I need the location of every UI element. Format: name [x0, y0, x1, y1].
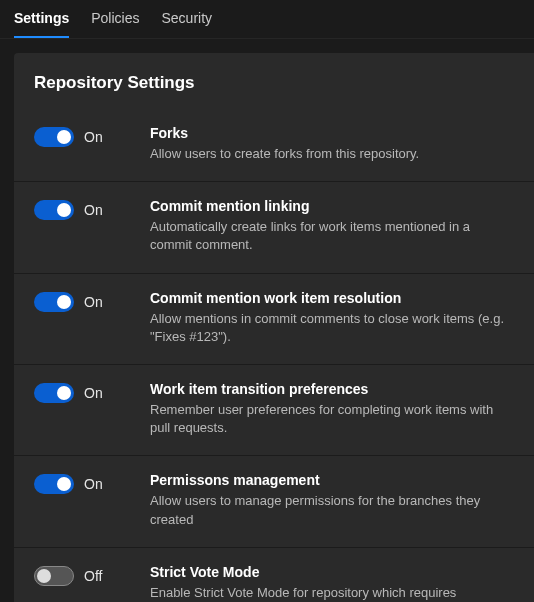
toggle-state-label: On	[84, 127, 103, 147]
toggle-state-label: On	[84, 474, 103, 494]
toggle-group: On	[34, 198, 134, 254]
tab-bar: Settings Policies Security	[0, 0, 534, 39]
setting-title: Work item transition preferences	[150, 381, 508, 397]
setting-row-commit-mention-resolution: OnCommit mention work item resolutionAll…	[14, 274, 534, 365]
setting-row-strict-vote-mode: OffStrict Vote ModeEnable Strict Vote Mo…	[14, 548, 534, 602]
toggle-group: Off	[34, 564, 134, 602]
tab-security[interactable]: Security	[161, 10, 212, 38]
toggle-knob	[57, 203, 71, 217]
toggle-forks[interactable]	[34, 127, 74, 147]
setting-row-commit-mention-linking: OnCommit mention linkingAutomatically cr…	[14, 182, 534, 273]
setting-content: Commit mention linkingAutomatically crea…	[150, 198, 514, 254]
setting-description: Automatically create links for work item…	[150, 218, 508, 254]
toggle-knob	[57, 130, 71, 144]
panel-title: Repository Settings	[14, 53, 534, 109]
repository-settings-panel: Repository Settings OnForksAllow users t…	[14, 53, 534, 602]
setting-row-permissions-management: OnPermissons managementAllow users to ma…	[14, 456, 534, 547]
tab-settings[interactable]: Settings	[14, 10, 69, 38]
toggle-knob	[57, 295, 71, 309]
toggle-strict-vote-mode[interactable]	[34, 566, 74, 586]
setting-content: Permissons managementAllow users to mana…	[150, 472, 514, 528]
setting-content: Commit mention work item resolutionAllow…	[150, 290, 514, 346]
toggle-state-label: On	[84, 383, 103, 403]
toggle-knob	[57, 477, 71, 491]
toggle-state-label: Off	[84, 566, 102, 586]
toggle-group: On	[34, 125, 134, 163]
tab-policies[interactable]: Policies	[91, 10, 139, 38]
setting-row-forks: OnForksAllow users to create forks from …	[14, 109, 534, 182]
setting-title: Permissons management	[150, 472, 508, 488]
toggle-commit-mention-linking[interactable]	[34, 200, 74, 220]
toggle-knob	[37, 569, 51, 583]
setting-description: Enable Strict Vote Mode for repository w…	[150, 584, 508, 602]
setting-description: Allow mentions in commit comments to clo…	[150, 310, 508, 346]
setting-title: Commit mention work item resolution	[150, 290, 508, 306]
setting-row-work-item-transition: OnWork item transition preferencesRememb…	[14, 365, 534, 456]
toggle-work-item-transition[interactable]	[34, 383, 74, 403]
toggle-state-label: On	[84, 200, 103, 220]
setting-description: Allow users to manage permissions for th…	[150, 492, 508, 528]
toggle-commit-mention-resolution[interactable]	[34, 292, 74, 312]
setting-content: Work item transition preferencesRemember…	[150, 381, 514, 437]
setting-title: Strict Vote Mode	[150, 564, 508, 580]
setting-title: Commit mention linking	[150, 198, 508, 214]
toggle-group: On	[34, 381, 134, 437]
setting-content: Strict Vote ModeEnable Strict Vote Mode …	[150, 564, 514, 602]
toggle-group: On	[34, 472, 134, 528]
setting-content: ForksAllow users to create forks from th…	[150, 125, 514, 163]
setting-title: Forks	[150, 125, 508, 141]
toggle-knob	[57, 386, 71, 400]
setting-description: Remember user preferences for completing…	[150, 401, 508, 437]
toggle-state-label: On	[84, 292, 103, 312]
toggle-permissions-management[interactable]	[34, 474, 74, 494]
setting-description: Allow users to create forks from this re…	[150, 145, 508, 163]
toggle-group: On	[34, 290, 134, 346]
